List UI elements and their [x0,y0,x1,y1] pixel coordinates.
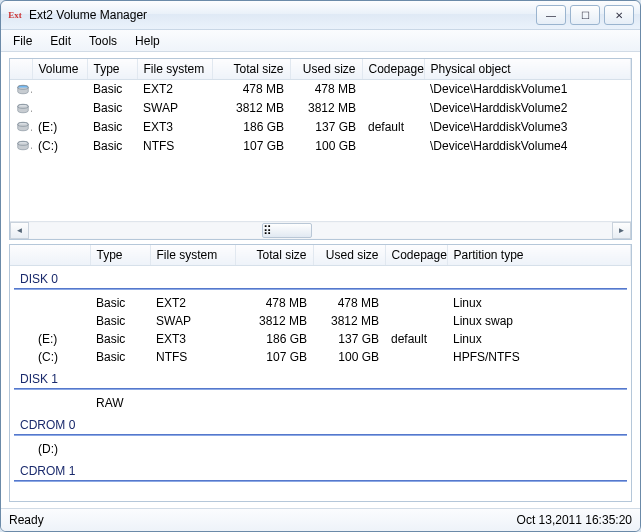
cell-icon [10,118,32,137]
table-row[interactable]: (C:)BasicNTFS107 GB100 GB\Device\Harddis… [10,136,631,155]
menu-bar: File Edit Tools Help [1,30,640,52]
table-row[interactable]: (D:) [10,440,631,458]
disk-partitions: (D:) [10,440,631,458]
table-row[interactable]: BasicSWAP3812 MB3812 MB\Device\HarddiskV… [10,99,631,118]
menu-help[interactable]: Help [127,32,168,50]
col-volume[interactable]: Volume [32,59,87,80]
cell-volume: (C:) [10,348,90,366]
cell-used: 3812 MB [313,312,385,330]
col-total[interactable]: Total size [212,59,290,80]
cell-total [235,440,313,458]
table-row[interactable]: RAW [10,394,631,412]
cell-total: 107 GB [235,348,313,366]
menu-tools[interactable]: Tools [81,32,125,50]
table-row[interactable]: BasicEXT2478 MB478 MB\Device\HarddiskVol… [10,80,631,99]
col2-used[interactable]: Used size [313,245,385,266]
cell-fs: SWAP [137,99,212,118]
table-row[interactable]: BasicEXT2478 MB478 MBLinux [10,294,631,312]
col2-total[interactable]: Total size [235,245,313,266]
cell-codepage [385,394,447,412]
cell-type: RAW [90,394,150,412]
cell-phys: \Device\HarddiskVolume4 [424,136,631,155]
cell-fs: SWAP [150,312,235,330]
disk-partitions: BasicEXT2478 MB478 MBLinuxBasicSWAP3812 … [10,294,631,366]
scroll-left-arrow-icon[interactable]: ◄ [10,222,29,239]
cell-codepage [362,99,424,118]
cell-phys: \Device\HarddiskVolume3 [424,118,631,137]
table-row[interactable]: (E:)BasicEXT3186 GB137 GBdefault\Device\… [10,118,631,137]
cell-volume [32,99,87,118]
scroll-right-arrow-icon[interactable]: ► [612,222,631,239]
cell-volume: (E:) [10,330,90,348]
cell-used: 137 GB [290,118,362,137]
table-row[interactable]: BasicSWAP3812 MB3812 MBLinux swap [10,312,631,330]
col2-codepage[interactable]: Codepage [385,245,447,266]
cell-icon [10,80,32,99]
cell-codepage: default [362,118,424,137]
maximize-button[interactable]: ☐ [570,5,600,25]
menu-file[interactable]: File [5,32,40,50]
cell-codepage [362,80,424,99]
cell-type: Basic [87,99,137,118]
window-buttons: — ☐ ✕ [536,5,634,25]
cell-fs [150,394,235,412]
disks-table-header: Type File system Total size Used size Co… [10,245,631,266]
disk-block: DISK 0BasicEXT2478 MB478 MBLinuxBasicSWA… [10,270,631,366]
cell-volume [10,394,90,412]
cell-volume [32,80,87,99]
col-fs[interactable]: File system [137,59,212,80]
cell-phys: \Device\HarddiskVolume1 [424,80,631,99]
horizontal-scrollbar[interactable]: ◄ ⠿ ► [10,221,631,239]
col2-fs[interactable]: File system [150,245,235,266]
cell-total: 3812 MB [212,99,290,118]
minimize-button[interactable]: — [536,5,566,25]
disks-body[interactable]: DISK 0BasicEXT2478 MB478 MBLinuxBasicSWA… [10,266,631,501]
cell-type: Basic [87,80,137,99]
cell-ptype: HPFS/NTFS [447,348,631,366]
disk-label: DISK 1 [10,370,631,386]
cell-total: 478 MB [235,294,313,312]
drive-icon [16,102,30,116]
cell-used: 478 MB [313,294,385,312]
cell-fs: NTFS [150,348,235,366]
close-button[interactable]: ✕ [604,5,634,25]
scroll-thumb[interactable]: ⠿ [262,223,312,238]
cell-ptype: Linux [447,330,631,348]
cell-used: 3812 MB [290,99,362,118]
cell-type: Basic [90,348,150,366]
cell-icon [10,136,32,155]
col-phys[interactable]: Physical object [424,59,631,80]
col2-ptype[interactable]: Partition type [447,245,631,266]
col2-type[interactable]: Type [90,245,150,266]
menu-edit[interactable]: Edit [42,32,79,50]
cell-type: Basic [90,312,150,330]
disk-block: CDROM 1 [10,462,631,482]
disk-separator [14,480,627,482]
cell-codepage [385,312,447,330]
status-clock: Oct 13,2011 16:35:20 [517,513,632,527]
cell-used: 100 GB [290,136,362,155]
col-used[interactable]: Used size [290,59,362,80]
cell-fs [150,440,235,458]
col-codepage[interactable]: Codepage [362,59,424,80]
cell-fs: EXT3 [137,118,212,137]
cell-codepage [385,440,447,458]
col-type[interactable]: Type [87,59,137,80]
cell-volume: (E:) [32,118,87,137]
col-icon[interactable] [10,59,32,80]
cell-used: 478 MB [290,80,362,99]
table-row[interactable]: (E:)BasicEXT3186 GB137 GBdefaultLinux [10,330,631,348]
cell-used: 100 GB [313,348,385,366]
title-bar[interactable]: Ext Ext2 Volume Manager — ☐ ✕ [1,1,640,30]
cell-fs: EXT2 [150,294,235,312]
disk-label: DISK 0 [10,270,631,286]
col2-spacer[interactable] [10,245,90,266]
client-area: Volume Type File system Total size Used … [1,52,640,508]
cell-total: 186 GB [212,118,290,137]
status-text: Ready [9,513,44,527]
cell-fs: EXT2 [137,80,212,99]
scroll-track[interactable]: ⠿ [29,223,612,238]
cell-total: 186 GB [235,330,313,348]
table-row[interactable]: (C:)BasicNTFS107 GB100 GBHPFS/NTFS [10,348,631,366]
cell-volume [10,312,90,330]
